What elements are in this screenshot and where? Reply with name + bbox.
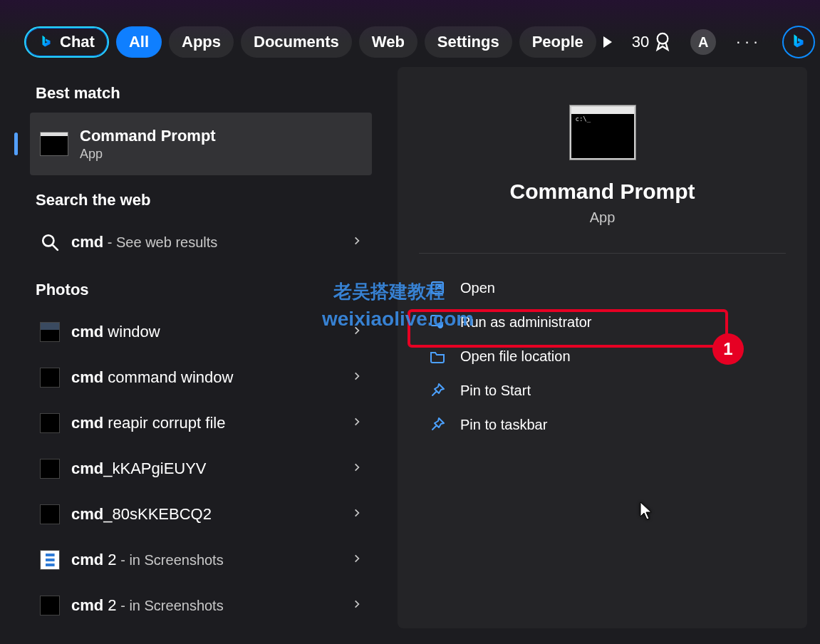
user-avatar[interactable]: A [690,29,716,55]
svg-line-2 [53,245,58,250]
best-match-sub: App [80,147,216,162]
rewards-count: 30 [632,33,649,51]
bing-icon[interactable] [782,26,815,58]
photo-thumb-icon [40,550,60,570]
photo-result-row[interactable]: cmd 2 - in Screenshots [30,583,372,628]
best-match-heading: Best match [36,84,380,103]
tab-people[interactable]: People [519,26,596,58]
tab-all[interactable]: All [116,26,162,58]
mouse-cursor [640,502,654,520]
tab-web[interactable]: Web [359,26,417,58]
photos-heading: Photos [36,281,380,299]
photo-thumb-icon [40,322,60,342]
photo-thumb-icon [40,368,60,388]
web-search-text: cmd - See web results [71,233,217,251]
photo-result-text: cmd 2 - in Screenshots [71,596,224,615]
top-tabs: Chat All Apps Documents Web Settings Peo… [0,0,820,64]
tab-chat-label: Chat [60,33,95,51]
play-icon[interactable] [603,36,612,48]
main-area: Best match Command Prompt App Search the… [0,64,820,628]
chevron-right-icon [352,417,362,430]
search-web-heading: Search the web [36,191,380,209]
photo-thumb-icon [40,504,60,524]
photo-result-text: cmd_kKAPgiEUYV [71,459,207,478]
best-match-title: Command Prompt [80,127,216,145]
photo-result-row[interactable]: cmd command window [30,355,372,400]
command-prompt-icon [40,132,68,156]
avatar-letter: A [698,34,708,51]
photo-result-text: cmd reapir corrupt file [71,414,225,432]
pin-icon [429,416,446,433]
folder-icon [429,348,446,365]
chevron-right-icon [352,599,362,612]
open-icon [429,279,446,296]
detail-sub: App [419,209,786,226]
photo-result-text: cmd command window [71,368,233,387]
detail-app-icon [570,105,635,160]
photo-result-text: cmd window [71,323,160,341]
tab-apps[interactable]: Apps [169,26,234,58]
detail-title: Command Prompt [419,180,786,204]
photo-result-text: cmd 2 - in Screenshots [71,551,224,569]
photo-thumb-icon [40,459,60,479]
action-pin-start[interactable]: Pin to Start [419,373,786,407]
chevron-right-icon [352,326,362,338]
search-window: Chat All Apps Documents Web Settings Peo… [0,0,820,644]
chevron-right-icon [352,371,362,384]
web-search-row[interactable]: cmd - See web results [30,219,372,265]
photo-result-row[interactable]: cmd_kKAPgiEUYV [30,446,372,492]
photo-result-row[interactable]: cmd 2 - in Screenshots [30,537,372,583]
photo-result-row[interactable]: cmd_80sKKEBCQ2 [30,492,372,537]
search-icon [40,232,60,252]
photo-thumb-icon [40,596,60,616]
tab-documents[interactable]: Documents [241,26,352,58]
best-match-item[interactable]: Command Prompt App [30,113,372,175]
chevron-right-icon [352,462,362,475]
svg-point-0 [658,33,668,44]
chevron-right-icon [352,236,362,249]
medal-icon [655,32,670,52]
annotation-badge: 1 [712,333,744,365]
tab-settings[interactable]: Settings [425,26,512,58]
photo-result-text: cmd_80sKKEBCQ2 [71,505,212,524]
action-open[interactable]: Open [419,271,786,305]
svg-point-1 [43,235,53,246]
action-pin-taskbar[interactable]: Pin to taskbar [419,407,786,442]
topbar-right: 30 A ··· [603,26,815,58]
chevron-right-icon [352,554,362,566]
left-results: Best match Command Prompt App Search the… [13,64,380,628]
tab-chat[interactable]: Chat [24,26,109,58]
more-menu-icon[interactable]: ··· [736,33,762,51]
rewards-counter[interactable]: 30 [632,32,670,52]
bing-chat-icon [38,34,54,50]
photo-thumb-icon [40,413,60,433]
photo-result-row[interactable]: cmd window [30,309,372,355]
shield-admin-icon [429,313,446,331]
detail-panel: Command Prompt App Open Run as administr… [398,67,807,628]
photo-result-row[interactable]: cmd reapir corrupt file [30,400,372,446]
chevron-right-icon [352,508,362,521]
divider [419,253,786,254]
pin-icon [429,382,446,399]
